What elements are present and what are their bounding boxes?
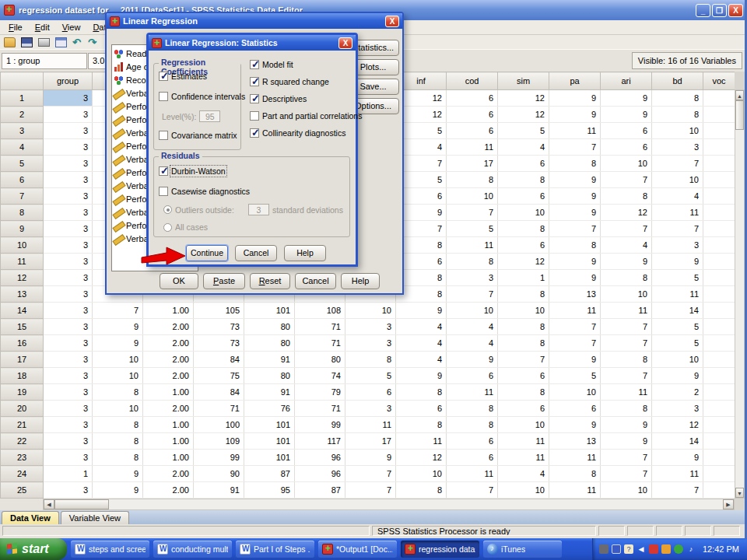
confidence-level-field[interactable]: 95 bbox=[199, 110, 220, 122]
cell[interactable]: 6 bbox=[396, 401, 447, 417]
cell[interactable]: 11 bbox=[601, 384, 652, 401]
cell[interactable]: 95 bbox=[244, 482, 295, 499]
cell[interactable]: 3 bbox=[44, 319, 93, 335]
row-number[interactable]: 11 bbox=[1, 254, 44, 270]
cell[interactable]: 3 bbox=[345, 401, 396, 417]
cell[interactable]: 2.00 bbox=[143, 482, 194, 499]
cell[interactable] bbox=[703, 107, 735, 123]
cell[interactable]: 4 bbox=[396, 335, 447, 352]
cell[interactable]: 3 bbox=[44, 221, 93, 237]
cell[interactable]: 1 bbox=[44, 466, 93, 482]
cell[interactable]: 8 bbox=[396, 384, 447, 401]
cell[interactable]: 8 bbox=[447, 401, 498, 417]
cell[interactable]: 3 bbox=[44, 384, 93, 401]
taskbar-task[interactable]: regression datas... bbox=[401, 541, 479, 558]
cell[interactable]: 3 bbox=[44, 172, 93, 188]
ok-button[interactable]: OK bbox=[160, 273, 198, 289]
cell[interactable]: 11 bbox=[549, 482, 601, 499]
cell[interactable]: 8 bbox=[601, 188, 652, 205]
cell[interactable]: 8 bbox=[498, 319, 549, 335]
cell[interactable]: 8 bbox=[345, 352, 396, 368]
cell[interactable] bbox=[703, 368, 735, 384]
cell[interactable]: 10 bbox=[498, 205, 549, 221]
cell[interactable]: 7 bbox=[601, 450, 652, 466]
cell[interactable]: 9 bbox=[549, 254, 601, 270]
cell[interactable]: 3 bbox=[44, 401, 93, 417]
cell[interactable]: 10 bbox=[93, 352, 143, 368]
cell[interactable]: 13 bbox=[549, 433, 601, 450]
cell[interactable]: 6 bbox=[498, 156, 549, 172]
cell[interactable]: 11 bbox=[396, 433, 447, 450]
cell[interactable]: 9 bbox=[549, 270, 601, 286]
cell[interactable]: 9 bbox=[93, 335, 143, 352]
row-number[interactable]: 16 bbox=[1, 335, 44, 352]
cell[interactable]: 9 bbox=[601, 254, 652, 270]
cell[interactable] bbox=[703, 352, 735, 368]
cell[interactable]: 8 bbox=[396, 482, 447, 499]
cell[interactable]: 8 bbox=[447, 254, 498, 270]
cell[interactable]: 101 bbox=[244, 450, 295, 466]
cell[interactable]: 10 bbox=[652, 352, 703, 368]
cell[interactable]: 14 bbox=[652, 433, 703, 450]
cell[interactable]: 7 bbox=[447, 205, 498, 221]
cell[interactable]: 5 bbox=[652, 335, 703, 352]
cell[interactable]: 11 bbox=[652, 466, 703, 482]
column-header-cod[interactable]: cod bbox=[447, 72, 498, 90]
cell[interactable]: 6 bbox=[601, 139, 652, 156]
cell[interactable] bbox=[703, 156, 735, 172]
taskbar-task[interactable]: *Output1 [Doc... bbox=[318, 541, 397, 558]
cell[interactable] bbox=[703, 188, 735, 205]
cell[interactable]: 12 bbox=[652, 417, 703, 433]
cell[interactable]: 10 bbox=[549, 384, 601, 401]
column-header-pa[interactable]: pa bbox=[549, 72, 601, 90]
menu-file[interactable]: File bbox=[2, 21, 29, 33]
cell[interactable]: 9 bbox=[652, 450, 703, 466]
cell[interactable]: 9 bbox=[652, 254, 703, 270]
row-number[interactable]: 7 bbox=[1, 188, 44, 205]
cell[interactable]: 2.00 bbox=[143, 352, 194, 368]
cell[interactable]: 3 bbox=[652, 139, 703, 156]
cell[interactable]: 7 bbox=[601, 335, 652, 352]
cell[interactable]: 10 bbox=[447, 188, 498, 205]
app-tray-icon[interactable] bbox=[649, 544, 658, 554]
taskbar-task[interactable]: Part I of Steps ... bbox=[236, 541, 314, 558]
lr-dialog-titlebar[interactable]: Linear Regression X bbox=[107, 13, 402, 29]
cell[interactable]: 2.00 bbox=[143, 319, 194, 335]
cell[interactable]: 3 bbox=[44, 237, 93, 254]
cell[interactable]: 6 bbox=[498, 188, 549, 205]
cell[interactable] bbox=[703, 319, 735, 335]
cell[interactable]: 10 bbox=[396, 466, 447, 482]
cell[interactable]: 12 bbox=[396, 450, 447, 466]
cell[interactable]: 2.00 bbox=[143, 466, 194, 482]
horizontal-scrollbar[interactable]: ◀ ▶ bbox=[43, 499, 735, 510]
column-header-voc[interactable]: voc bbox=[703, 72, 735, 90]
cell[interactable]: 10 bbox=[93, 401, 143, 417]
cell[interactable]: 101 bbox=[244, 303, 295, 319]
cell[interactable]: 12 bbox=[498, 254, 549, 270]
cell[interactable]: 5 bbox=[549, 368, 601, 384]
cell[interactable]: 8 bbox=[498, 172, 549, 188]
cell[interactable]: 11 bbox=[549, 303, 601, 319]
cell[interactable]: 7 bbox=[549, 319, 601, 335]
cell[interactable]: 11 bbox=[447, 384, 498, 401]
column-header-sim[interactable]: sim bbox=[498, 72, 549, 90]
cell[interactable]: 96 bbox=[295, 450, 345, 466]
column-header-ari[interactable]: ari bbox=[601, 72, 652, 90]
row-number[interactable]: 8 bbox=[1, 205, 44, 221]
cell[interactable]: 5 bbox=[498, 123, 549, 139]
scroll-right-icon[interactable]: ▶ bbox=[723, 499, 734, 509]
cell[interactable]: 71 bbox=[194, 401, 244, 417]
cell[interactable]: 5 bbox=[652, 270, 703, 286]
cell[interactable]: 10 bbox=[652, 172, 703, 188]
redo-icon[interactable]: ↷ bbox=[88, 37, 98, 47]
cell[interactable]: 3 bbox=[44, 286, 93, 303]
cell[interactable]: 9 bbox=[93, 482, 143, 499]
cell[interactable]: 3 bbox=[345, 335, 396, 352]
cell[interactable]: 71 bbox=[295, 335, 345, 352]
cell[interactable]: 10 bbox=[93, 368, 143, 384]
cell[interactable]: 17 bbox=[345, 433, 396, 450]
cell[interactable]: 3 bbox=[44, 303, 93, 319]
row-number[interactable]: 9 bbox=[1, 221, 44, 237]
cell[interactable]: 9 bbox=[652, 368, 703, 384]
cell[interactable]: 10 bbox=[498, 303, 549, 319]
